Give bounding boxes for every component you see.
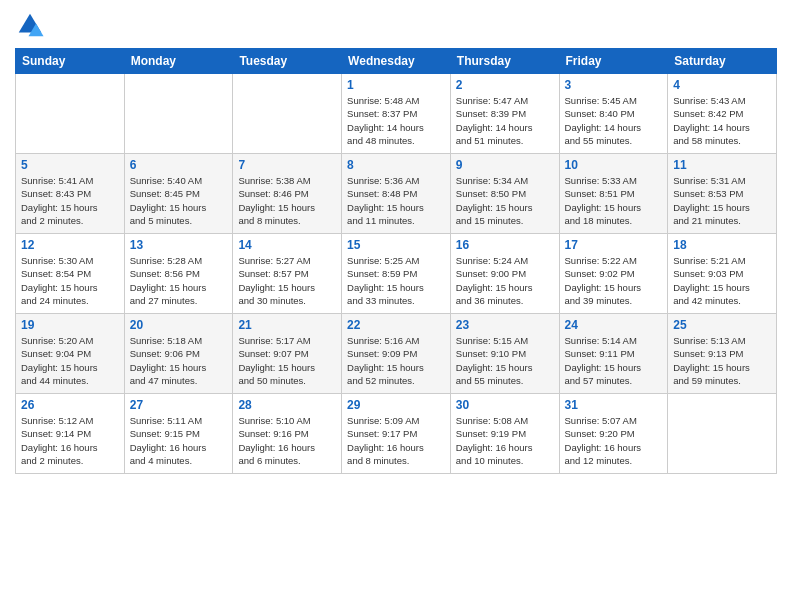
day-info: Sunrise: 5:27 AM Sunset: 8:57 PM Dayligh…	[238, 254, 336, 307]
day-info: Sunrise: 5:30 AM Sunset: 8:54 PM Dayligh…	[21, 254, 119, 307]
logo	[15, 10, 49, 40]
day-info: Sunrise: 5:14 AM Sunset: 9:11 PM Dayligh…	[565, 334, 663, 387]
day-number: 29	[347, 398, 445, 412]
day-cell-7: 7Sunrise: 5:38 AM Sunset: 8:46 PM Daylig…	[233, 154, 342, 234]
week-row-2: 5Sunrise: 5:41 AM Sunset: 8:43 PM Daylig…	[16, 154, 777, 234]
day-cell-12: 12Sunrise: 5:30 AM Sunset: 8:54 PM Dayli…	[16, 234, 125, 314]
day-info: Sunrise: 5:28 AM Sunset: 8:56 PM Dayligh…	[130, 254, 228, 307]
day-info: Sunrise: 5:48 AM Sunset: 8:37 PM Dayligh…	[347, 94, 445, 147]
day-number: 31	[565, 398, 663, 412]
day-cell-22: 22Sunrise: 5:16 AM Sunset: 9:09 PM Dayli…	[342, 314, 451, 394]
day-cell-19: 19Sunrise: 5:20 AM Sunset: 9:04 PM Dayli…	[16, 314, 125, 394]
day-info: Sunrise: 5:20 AM Sunset: 9:04 PM Dayligh…	[21, 334, 119, 387]
day-number: 14	[238, 238, 336, 252]
day-info: Sunrise: 5:08 AM Sunset: 9:19 PM Dayligh…	[456, 414, 554, 467]
day-cell-14: 14Sunrise: 5:27 AM Sunset: 8:57 PM Dayli…	[233, 234, 342, 314]
day-number: 26	[21, 398, 119, 412]
day-cell-9: 9Sunrise: 5:34 AM Sunset: 8:50 PM Daylig…	[450, 154, 559, 234]
day-cell-28: 28Sunrise: 5:10 AM Sunset: 9:16 PM Dayli…	[233, 394, 342, 474]
day-info: Sunrise: 5:47 AM Sunset: 8:39 PM Dayligh…	[456, 94, 554, 147]
day-number: 15	[347, 238, 445, 252]
empty-cell	[233, 74, 342, 154]
day-number: 8	[347, 158, 445, 172]
day-number: 4	[673, 78, 771, 92]
week-row-5: 26Sunrise: 5:12 AM Sunset: 9:14 PM Dayli…	[16, 394, 777, 474]
day-number: 16	[456, 238, 554, 252]
day-info: Sunrise: 5:21 AM Sunset: 9:03 PM Dayligh…	[673, 254, 771, 307]
day-info: Sunrise: 5:17 AM Sunset: 9:07 PM Dayligh…	[238, 334, 336, 387]
week-row-3: 12Sunrise: 5:30 AM Sunset: 8:54 PM Dayli…	[16, 234, 777, 314]
day-number: 24	[565, 318, 663, 332]
day-info: Sunrise: 5:38 AM Sunset: 8:46 PM Dayligh…	[238, 174, 336, 227]
day-cell-20: 20Sunrise: 5:18 AM Sunset: 9:06 PM Dayli…	[124, 314, 233, 394]
weekday-header-thursday: Thursday	[450, 49, 559, 74]
day-info: Sunrise: 5:33 AM Sunset: 8:51 PM Dayligh…	[565, 174, 663, 227]
week-row-1: 1Sunrise: 5:48 AM Sunset: 8:37 PM Daylig…	[16, 74, 777, 154]
day-info: Sunrise: 5:16 AM Sunset: 9:09 PM Dayligh…	[347, 334, 445, 387]
day-number: 6	[130, 158, 228, 172]
weekday-header-row: SundayMondayTuesdayWednesdayThursdayFrid…	[16, 49, 777, 74]
day-number: 10	[565, 158, 663, 172]
day-number: 3	[565, 78, 663, 92]
day-cell-15: 15Sunrise: 5:25 AM Sunset: 8:59 PM Dayli…	[342, 234, 451, 314]
day-number: 12	[21, 238, 119, 252]
day-cell-29: 29Sunrise: 5:09 AM Sunset: 9:17 PM Dayli…	[342, 394, 451, 474]
day-info: Sunrise: 5:24 AM Sunset: 9:00 PM Dayligh…	[456, 254, 554, 307]
day-number: 1	[347, 78, 445, 92]
day-info: Sunrise: 5:12 AM Sunset: 9:14 PM Dayligh…	[21, 414, 119, 467]
day-number: 25	[673, 318, 771, 332]
empty-cell	[668, 394, 777, 474]
day-cell-21: 21Sunrise: 5:17 AM Sunset: 9:07 PM Dayli…	[233, 314, 342, 394]
day-number: 5	[21, 158, 119, 172]
day-number: 20	[130, 318, 228, 332]
day-cell-31: 31Sunrise: 5:07 AM Sunset: 9:20 PM Dayli…	[559, 394, 668, 474]
day-cell-18: 18Sunrise: 5:21 AM Sunset: 9:03 PM Dayli…	[668, 234, 777, 314]
day-cell-4: 4Sunrise: 5:43 AM Sunset: 8:42 PM Daylig…	[668, 74, 777, 154]
day-info: Sunrise: 5:43 AM Sunset: 8:42 PM Dayligh…	[673, 94, 771, 147]
day-info: Sunrise: 5:10 AM Sunset: 9:16 PM Dayligh…	[238, 414, 336, 467]
day-cell-5: 5Sunrise: 5:41 AM Sunset: 8:43 PM Daylig…	[16, 154, 125, 234]
day-number: 30	[456, 398, 554, 412]
day-cell-16: 16Sunrise: 5:24 AM Sunset: 9:00 PM Dayli…	[450, 234, 559, 314]
empty-cell	[16, 74, 125, 154]
day-cell-17: 17Sunrise: 5:22 AM Sunset: 9:02 PM Dayli…	[559, 234, 668, 314]
day-number: 7	[238, 158, 336, 172]
day-cell-6: 6Sunrise: 5:40 AM Sunset: 8:45 PM Daylig…	[124, 154, 233, 234]
day-cell-10: 10Sunrise: 5:33 AM Sunset: 8:51 PM Dayli…	[559, 154, 668, 234]
calendar-table: SundayMondayTuesdayWednesdayThursdayFrid…	[15, 48, 777, 474]
day-info: Sunrise: 5:22 AM Sunset: 9:02 PM Dayligh…	[565, 254, 663, 307]
day-info: Sunrise: 5:40 AM Sunset: 8:45 PM Dayligh…	[130, 174, 228, 227]
day-info: Sunrise: 5:07 AM Sunset: 9:20 PM Dayligh…	[565, 414, 663, 467]
day-info: Sunrise: 5:09 AM Sunset: 9:17 PM Dayligh…	[347, 414, 445, 467]
day-cell-1: 1Sunrise: 5:48 AM Sunset: 8:37 PM Daylig…	[342, 74, 451, 154]
day-info: Sunrise: 5:13 AM Sunset: 9:13 PM Dayligh…	[673, 334, 771, 387]
day-info: Sunrise: 5:18 AM Sunset: 9:06 PM Dayligh…	[130, 334, 228, 387]
day-cell-24: 24Sunrise: 5:14 AM Sunset: 9:11 PM Dayli…	[559, 314, 668, 394]
day-number: 13	[130, 238, 228, 252]
day-number: 11	[673, 158, 771, 172]
day-cell-2: 2Sunrise: 5:47 AM Sunset: 8:39 PM Daylig…	[450, 74, 559, 154]
day-info: Sunrise: 5:15 AM Sunset: 9:10 PM Dayligh…	[456, 334, 554, 387]
day-info: Sunrise: 5:41 AM Sunset: 8:43 PM Dayligh…	[21, 174, 119, 227]
weekday-header-tuesday: Tuesday	[233, 49, 342, 74]
weekday-header-monday: Monday	[124, 49, 233, 74]
day-cell-11: 11Sunrise: 5:31 AM Sunset: 8:53 PM Dayli…	[668, 154, 777, 234]
header	[15, 10, 777, 40]
day-number: 17	[565, 238, 663, 252]
day-cell-3: 3Sunrise: 5:45 AM Sunset: 8:40 PM Daylig…	[559, 74, 668, 154]
day-number: 28	[238, 398, 336, 412]
day-cell-26: 26Sunrise: 5:12 AM Sunset: 9:14 PM Dayli…	[16, 394, 125, 474]
day-number: 21	[238, 318, 336, 332]
day-cell-27: 27Sunrise: 5:11 AM Sunset: 9:15 PM Dayli…	[124, 394, 233, 474]
day-info: Sunrise: 5:25 AM Sunset: 8:59 PM Dayligh…	[347, 254, 445, 307]
day-number: 27	[130, 398, 228, 412]
day-number: 23	[456, 318, 554, 332]
day-number: 9	[456, 158, 554, 172]
day-cell-25: 25Sunrise: 5:13 AM Sunset: 9:13 PM Dayli…	[668, 314, 777, 394]
day-info: Sunrise: 5:45 AM Sunset: 8:40 PM Dayligh…	[565, 94, 663, 147]
day-info: Sunrise: 5:11 AM Sunset: 9:15 PM Dayligh…	[130, 414, 228, 467]
day-number: 18	[673, 238, 771, 252]
week-row-4: 19Sunrise: 5:20 AM Sunset: 9:04 PM Dayli…	[16, 314, 777, 394]
day-cell-8: 8Sunrise: 5:36 AM Sunset: 8:48 PM Daylig…	[342, 154, 451, 234]
logo-icon	[15, 10, 45, 40]
